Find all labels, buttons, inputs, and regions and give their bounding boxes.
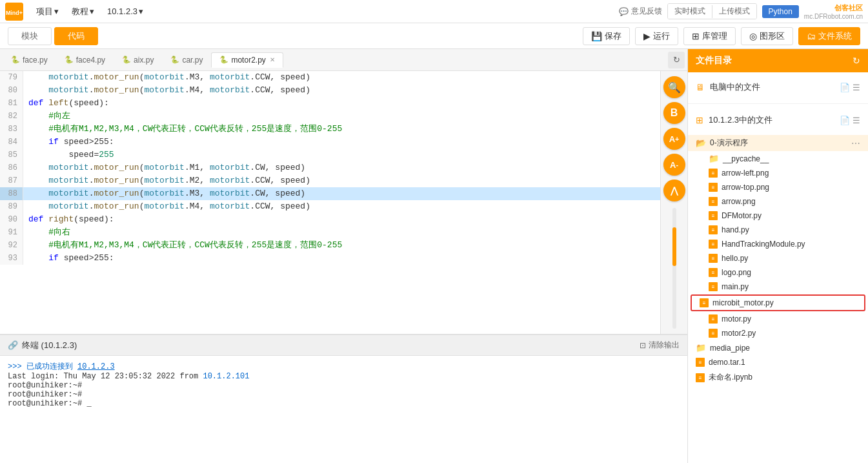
navbar-right: 💬 意见反馈 实时模式 上传模式 Python 创客社区 mc.DFRobot.… [619,3,863,20]
tab-close-icon[interactable]: ✕ [270,56,275,63]
terminal-body[interactable]: >>> 已成功连接到 10.1.2.3 Last login: Thu May … [0,356,687,463]
file-icon [709,254,718,263]
file-demo-tar[interactable]: demo.tar.1 [688,355,868,369]
toolbar: 模块 代码 💾 保存 ▶ 运行 ⊞ 库管理 ◎ 图形区 🗂 文件系统 [0,23,868,49]
folder-media-pipe[interactable]: 📁 media_pipe [688,340,868,355]
nav-version[interactable]: 10.1.2.3 ▾ [102,5,148,17]
main-layout: 🐍 face.py 🐍 face4.py 🐍 aix.py 🐍 car.py 🐍… [0,49,868,463]
term-line-3: root@unihiker:~# [8,381,680,390]
file-motor2-py[interactable]: motor2.py [701,326,868,340]
tab-label: aix.py [134,56,154,65]
tab-motor2-py[interactable]: 🐍 motor2.py ✕ [211,52,283,68]
tab-icon: 🐍 [65,56,74,64]
file-panel-refresh-button[interactable]: ↻ [853,56,860,66]
code-line-88: 88 motorbit.motor_run(motorbit.M3, motor… [0,187,660,200]
file-arrow-png[interactable]: arrow.png [701,194,868,209]
brand-logo: 创客社区 mc.DFRobot.com.cn [804,3,863,20]
save-icon: 💾 [591,31,602,41]
search-button[interactable]: 🔍 [663,76,685,98]
nav-project[interactable]: 项目 ▾ [31,5,64,19]
terminal-clear-button[interactable]: ⊡ 清除输出 [640,340,680,351]
file-unnamed-ipynb[interactable]: 未命名.ipynb [688,369,868,386]
file-arrow-top-png[interactable]: arrow-top.png [701,180,868,194]
file-microbit-motor-py[interactable]: microbit_motor.py [691,294,865,311]
mode-upload-button[interactable]: 上传模式 [712,4,756,19]
computer-menu-button[interactable]: ☰ [853,83,860,92]
filesystem-button[interactable]: 🗂 文件系统 [798,27,860,45]
python-button[interactable]: Python [762,5,799,18]
refresh-icon: ↻ [673,55,680,65]
device-new-file-button[interactable]: 📄 [840,116,850,125]
code-line-81: 81 def left(speed): [0,97,660,110]
font-decrease-button[interactable]: A- [663,154,685,176]
terminal: 🔗 终端 (10.1.2.3) ⊡ 清除输出 >>> 已成功连接到 10.1.2… [0,334,687,463]
graphical-button[interactable]: ◎ 图形区 [741,27,793,45]
file-icon [696,358,705,367]
folder-icon: 📁 [709,154,719,163]
tab-aix-py[interactable]: 🐍 aix.py [114,52,162,68]
bold-button[interactable]: B [663,102,685,124]
tab-refresh-button[interactable]: ↻ [668,52,685,68]
file-logo-png[interactable]: logo.png [701,265,868,280]
save-button[interactable]: 💾 保存 [583,27,630,45]
side-toolbar: 🔍 B A+ A- ⋀ [660,71,687,334]
tab-module-button[interactable]: 模块 [8,27,52,45]
tab-face4-py[interactable]: 🐍 face4.py [56,52,114,68]
folder-menu-icon[interactable]: ⋯ [851,138,860,149]
run-icon: ▶ [643,31,651,41]
terminal-header: 🔗 终端 (10.1.2.3) ⊡ 清除输出 [0,335,687,356]
tab-label: motor2.py [231,56,265,65]
nav-tutorial[interactable]: 教程 ▾ [66,5,99,19]
clear-label: 清除输出 [649,340,680,351]
file-hello-py[interactable]: hello.py [701,251,868,265]
editor-area: 🐍 face.py 🐍 face4.py 🐍 aix.py 🐍 car.py 🐍… [0,49,687,463]
file-dfmotor-py[interactable]: DFMotor.py [701,209,868,223]
code-line-92: 92 #电机有M1,M2,M3,M4，CW代表正转，CCW代表反转，255是速度… [0,239,660,252]
editor-main: 79 motorbit.motor_run(motorbit.M3, motor… [0,71,687,334]
code-line-80: 80 motorbit.motor_run(motorbit.M4, motor… [0,84,660,97]
mode-real-button[interactable]: 实时模式 [668,4,712,19]
term-line-1: >>> 已成功连接到 10.1.2.3 [8,361,680,372]
terminal-link-icon: 🔗 [8,340,18,350]
file-tree: 📂 0-演示程序 ⋯ 📁 __pycache__ arrow-left.png … [688,135,868,463]
nav-project-arrow: ▾ [54,6,59,16]
scroll-top-button[interactable]: ⋀ [663,180,685,201]
code-editor[interactable]: 79 motorbit.motor_run(motorbit.M3, motor… [0,71,660,334]
code-line-82: 82 #向左 [0,110,660,123]
logo-icon: Mind+ [5,3,23,21]
tab-car-py[interactable]: 🐍 car.py [162,52,211,68]
computer-files-header[interactable]: 🖥 电脑中的文件 📄 ☰ [688,77,868,97]
feedback-icon: 💬 [619,7,629,16]
computer-files-section: 🖥 电脑中的文件 📄 ☰ [688,72,868,102]
section-divider [688,103,868,104]
tab-code-button[interactable]: 代码 [54,27,98,45]
nav-tutorial-arrow: ▾ [90,6,94,16]
file-panel: 文件目录 ↻ 🖥 电脑中的文件 📄 ☰ ⊞ 10.1.2.3中的文件 📄 [687,49,868,463]
folder-demo-program[interactable]: 📂 0-演示程序 ⋯ [688,135,868,151]
device-menu-button[interactable]: ☰ [853,116,860,125]
folder-icon: 📁 [696,343,706,353]
folder-pycache[interactable]: 📁 __pycache__ [701,151,868,166]
device-files-header[interactable]: ⊞ 10.1.2.3中的文件 📄 ☰ [688,110,868,130]
term-line-2: Last login: Thu May 12 23:05:32 2022 fro… [8,372,680,381]
folder-open-icon: 📂 [696,138,706,148]
computer-new-file-button[interactable]: 📄 [840,83,850,92]
file-handtracking-py[interactable]: HandTrackingModule.py [701,237,868,251]
run-button[interactable]: ▶ 运行 [635,27,678,45]
code-line-86: 86 motorbit.motor_run(motorbit.M1, motor… [0,161,660,174]
computer-section-title: 电脑中的文件 [710,81,840,93]
library-button[interactable]: ⊞ 库管理 [683,27,736,45]
font-increase-button[interactable]: A+ [663,128,685,150]
file-arrow-left-png[interactable]: arrow-left.png [701,166,868,180]
file-motor-py[interactable]: motor.py [701,312,868,326]
editor-scrollbar[interactable] [672,208,676,329]
file-icon [709,314,718,324]
svg-text:Mind+: Mind+ [6,10,23,16]
file-main-py[interactable]: main.py [701,280,868,294]
file-icon [709,169,718,178]
file-hand-py[interactable]: hand.py [701,223,868,237]
feedback-button[interactable]: 💬 意见反馈 [619,6,662,17]
file-icon [709,268,718,277]
tab-face-py[interactable]: 🐍 face.py [3,52,56,68]
code-line-83: 83 #电机有M1,M2,M3,M4，CW代表正转，CCW代表反转，255是速度… [0,123,660,136]
